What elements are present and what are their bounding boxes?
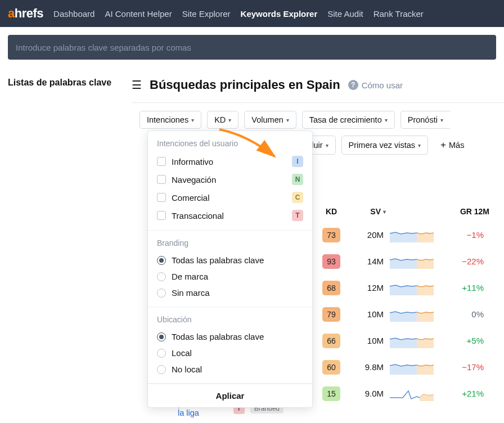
table-row[interactable]: 9314M−22% — [315, 248, 489, 274]
branding-option[interactable]: Todas las palabras clave — [148, 252, 312, 268]
kd-badge: 15 — [322, 386, 340, 401]
sv-value: 12M — [348, 283, 386, 292]
sv-value: 14M — [348, 256, 386, 266]
location-option[interactable]: No local — [148, 361, 312, 377]
radio[interactable] — [157, 365, 166, 374]
checkbox[interactable] — [157, 211, 166, 220]
radio[interactable] — [157, 332, 166, 341]
radio[interactable] — [157, 289, 166, 298]
sparkline — [386, 334, 438, 348]
logo[interactable]: ahrefs — [8, 6, 43, 21]
column-header-sv[interactable]: SV▾ — [348, 207, 386, 216]
kd-badge: 66 — [322, 334, 340, 348]
table-row[interactable]: 6610M+5% — [315, 327, 489, 354]
checkbox[interactable] — [157, 157, 166, 166]
sidebar: Listas de palabras clave — [0, 68, 132, 161]
filter-button[interactable]: Volumen▾ — [244, 111, 296, 129]
chevron-down-icon: ▾ — [228, 117, 231, 123]
sort-desc-icon: ▾ — [383, 209, 386, 215]
nav-item[interactable]: AI Content Helper — [105, 9, 172, 19]
dropdown-heading-intent: Intenciones del usuario — [148, 137, 312, 152]
sparkline — [386, 228, 438, 242]
radio[interactable] — [157, 272, 166, 281]
table-row[interactable]: 7320M−1% — [315, 222, 489, 248]
column-header-kd[interactable]: KD — [315, 207, 348, 216]
sv-value: 10M — [348, 309, 386, 319]
branding-option[interactable]: Sin marca — [148, 285, 312, 301]
intent-badge: C — [292, 192, 303, 203]
table-row[interactable]: 159.0M+21% — [315, 380, 489, 407]
apply-button[interactable]: Aplicar — [148, 384, 312, 407]
more-filters-button[interactable]: +Más — [434, 136, 471, 155]
filter-button[interactable]: KD▾ — [207, 111, 238, 129]
table-row[interactable]: 6812M+11% — [315, 274, 489, 301]
kd-badge: 60 — [322, 360, 340, 375]
chevron-down-icon: ▾ — [286, 117, 289, 123]
chevron-down-icon: ▾ — [191, 117, 194, 123]
sv-value: 20M — [348, 230, 386, 240]
filter-button[interactable]: Intenciones▾ — [140, 111, 201, 129]
table-row[interactable]: 7910M0% — [315, 301, 489, 327]
menu-icon[interactable]: ☰ — [132, 78, 142, 92]
nav-item[interactable]: Site Explorer — [182, 9, 231, 19]
sv-value: 9.8M — [348, 362, 386, 372]
sparkline — [386, 254, 438, 269]
sv-value: 9.0M — [348, 389, 386, 398]
nav-item[interactable]: Rank Tracker — [374, 9, 424, 19]
keyword-search-input[interactable]: Introduce palabras clave separadas por c… — [8, 35, 496, 60]
growth-value: 0% — [438, 309, 489, 319]
growth-value: +11% — [438, 283, 489, 292]
checkbox[interactable] — [157, 175, 166, 184]
location-option[interactable]: Todas las palabras clave — [148, 328, 312, 345]
nav-item[interactable]: Dashboard — [53, 9, 94, 19]
dropdown-heading-branding: Branding — [148, 236, 312, 252]
intentions-dropdown: Intenciones del usuario InformativoINave… — [147, 130, 313, 408]
sparkline — [386, 386, 438, 401]
page-title: Búsquedas principales en Spain — [150, 78, 340, 92]
location-option[interactable]: Local — [148, 345, 312, 361]
kd-badge: 93 — [322, 254, 340, 269]
filter-button[interactable]: Tasa de crecimiento▾ — [302, 111, 395, 129]
results-table: KD SV▾ GR 12M 7320M−1%9314M−22%6812M+11%… — [315, 207, 489, 407]
search-placeholder: Introduce palabras clave separadas por c… — [16, 43, 191, 52]
sv-value: 10M — [348, 336, 386, 345]
growth-value: +5% — [438, 336, 489, 345]
kd-badge: 73 — [322, 228, 340, 242]
radio[interactable] — [157, 256, 166, 265]
intent-badge: I — [292, 156, 303, 167]
top-nav: ahrefs DashboardAI Content HelperSite Ex… — [0, 0, 504, 27]
kd-badge: 79 — [322, 307, 340, 322]
branding-option[interactable]: De marca — [148, 268, 312, 285]
growth-value: +21% — [438, 389, 489, 398]
kd-badge: 68 — [322, 281, 340, 295]
nav-item[interactable]: Keywords Explorer — [241, 9, 318, 19]
intent-option[interactable]: NavegaciónN — [148, 170, 312, 188]
help-icon: ? — [348, 80, 358, 90]
growth-value: −1% — [438, 230, 489, 240]
column-header-gr[interactable]: GR 12M — [438, 207, 489, 216]
sparkline — [386, 360, 438, 375]
intent-option[interactable]: ComercialC — [148, 188, 312, 206]
intent-option[interactable]: TransaccionalT — [148, 206, 312, 224]
filter-button[interactable]: Primera vez vistas▾ — [341, 136, 428, 155]
chevron-down-icon: ▾ — [440, 117, 443, 123]
intent-badge: N — [292, 174, 303, 185]
nav-item[interactable]: Site Audit — [327, 9, 363, 19]
chevron-down-icon: ▾ — [385, 117, 388, 123]
sidebar-title: Listas de palabras clave — [8, 78, 124, 88]
plus-icon: + — [440, 140, 446, 151]
intent-option[interactable]: InformativoI — [148, 152, 312, 170]
checkbox[interactable] — [157, 193, 166, 202]
filter-button[interactable]: Pronósti▾ — [400, 111, 450, 129]
intent-badge: T — [292, 210, 303, 221]
sparkline — [386, 307, 438, 322]
growth-value: −22% — [438, 256, 489, 266]
table-row[interactable]: 609.8M−17% — [315, 354, 489, 380]
sparkline — [386, 281, 438, 295]
radio[interactable] — [157, 349, 166, 358]
help-link[interactable]: ? Cómo usar — [348, 80, 403, 90]
dropdown-heading-location: Ubicación — [148, 313, 312, 328]
growth-value: −17% — [438, 362, 489, 372]
